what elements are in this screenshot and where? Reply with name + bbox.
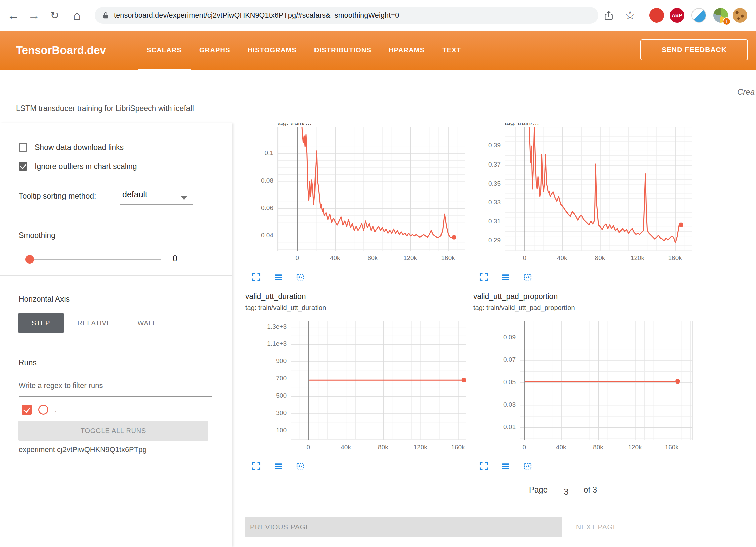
smoothing-label: Smoothing — [19, 231, 55, 240]
tab-graphs[interactable]: GRAPHS — [191, 31, 239, 70]
axis-wall-button[interactable]: WALL — [132, 313, 162, 333]
browser-home-icon[interactable]: ⌂ — [67, 0, 87, 31]
url-text: tensorboard.dev/experiment/cj2vtPiwQHKN9… — [114, 11, 399, 20]
x-axis-tick-label: 160k — [443, 444, 473, 451]
pagination-label: Page — [529, 485, 548, 495]
next-page-button[interactable]: NEXT PAGE — [574, 517, 620, 537]
y-axis-tick-label: 0.39 — [465, 142, 501, 149]
x-axis-tick-label: 120k — [395, 254, 425, 262]
smoothing-slider-track[interactable] — [25, 259, 161, 260]
y-axis-tick-label: 0.06 — [237, 204, 273, 212]
adblock-extension-icon[interactable] — [649, 8, 664, 23]
previous-page-button[interactable]: PREVIOUS PAGE — [245, 517, 562, 537]
view-data-icon[interactable] — [501, 462, 510, 471]
y-axis-tick-label: 0.04 — [237, 232, 273, 239]
y-axis-tick-label: 0.31 — [465, 218, 501, 225]
tab-histograms[interactable]: HISTOGRAMS — [239, 31, 305, 70]
runs-filter-input[interactable]: Write a regex to filter runs — [19, 381, 103, 390]
experiment-id-label: experiment cj2vtPiwQHKN9Q1tx6PTpg — [19, 445, 147, 454]
y-axis-tick-label: 0.09 — [480, 334, 516, 341]
x-axis-tick-label: 40k — [331, 444, 361, 451]
ignore-outliers-checkbox[interactable] — [19, 162, 27, 171]
tab-distributions[interactable]: DISTRIBUTIONS — [305, 31, 380, 70]
x-axis-tick-label: 0 — [282, 254, 312, 262]
divider — [172, 268, 212, 268]
smoothing-value-input[interactable]: 0 — [173, 254, 206, 263]
browser-reload-icon[interactable]: ↻ — [45, 0, 65, 31]
fit-domain-icon[interactable] — [296, 462, 305, 471]
tab-hparams[interactable]: HPARAMS — [380, 31, 433, 70]
divider — [19, 396, 212, 397]
fit-domain-icon[interactable] — [296, 272, 305, 282]
show-download-links-checkbox[interactable] — [19, 143, 27, 152]
scalar-chart-plot[interactable] — [520, 321, 693, 440]
divider — [0, 215, 232, 215]
address-bar[interactable]: tensorboard.dev/experiment/cj2vtPiwQHKN9… — [95, 7, 598, 24]
y-axis-tick-label: 0.03 — [480, 401, 516, 408]
x-axis-tick-label: 160k — [657, 444, 687, 451]
y-axis-tick-label: 0.08 — [237, 177, 273, 184]
abp-extension-icon[interactable]: ABP — [670, 8, 684, 23]
x-axis-tick-label: 160k — [433, 254, 463, 262]
cookie-extension-icon[interactable] — [733, 8, 747, 23]
show-download-links-label: Show data download links — [35, 143, 124, 152]
view-data-icon[interactable] — [501, 272, 510, 282]
y-axis-tick-label: 0.1 — [237, 149, 273, 157]
y-axis-tick-label: 0.35 — [465, 180, 501, 187]
y-axis-tick-label: 1.3e+3 — [251, 323, 287, 330]
axis-step-button[interactable]: STEP — [18, 313, 64, 333]
x-axis-tick-label: 0 — [293, 444, 324, 451]
tooltip-sorting-dropdown[interactable]: default — [122, 190, 147, 199]
axis-relative-button[interactable]: RELATIVE — [73, 313, 116, 333]
chevron-down-icon[interactable] — [181, 196, 187, 200]
x-axis-tick-label: 80k — [358, 254, 388, 262]
view-data-icon[interactable] — [274, 462, 283, 471]
app-logo: TensorBoard.dev — [16, 31, 106, 70]
chart-title: valid_utt_pad_proportion — [473, 292, 558, 301]
view-data-icon[interactable] — [274, 272, 283, 282]
fit-domain-icon[interactable] — [523, 272, 532, 282]
tab-text[interactable]: TEXT — [433, 31, 470, 70]
app-header: TensorBoard.dev SCALARS GRAPHS HISTOGRAM… — [0, 31, 756, 70]
run-name-label: . — [55, 406, 57, 414]
divider — [0, 275, 232, 276]
send-feedback-button[interactable]: SEND FEEDBACK — [640, 39, 748, 60]
tooltip-sorting-label: Tooltip sorting method: — [19, 192, 96, 201]
browser-forward-icon[interactable]: → — [24, 0, 44, 31]
chart-actions — [479, 272, 532, 282]
expand-chart-icon[interactable] — [479, 272, 488, 282]
x-axis-tick-label: 80k — [583, 444, 613, 451]
smoothing-slider-thumb[interactable] — [25, 255, 34, 264]
blue-extension-icon[interactable] — [691, 8, 706, 23]
fit-domain-icon[interactable] — [523, 462, 532, 471]
pagination-total-label: of 3 — [584, 485, 597, 495]
scalar-chart-plot[interactable] — [291, 321, 466, 440]
scalar-chart-plot[interactable] — [277, 127, 465, 251]
runs-label: Runs — [19, 358, 37, 367]
x-axis-tick-label: 160k — [660, 254, 690, 262]
cropped-right-text: Crea — [737, 87, 756, 97]
scalar-chart-plot[interactable] — [505, 127, 692, 251]
chart-title: valid_utt_duration — [245, 292, 306, 301]
x-axis-tick-label: 0 — [510, 254, 540, 262]
y-axis-tick-label: 0.07 — [480, 356, 516, 363]
share-icon[interactable] — [603, 0, 614, 31]
expand-chart-icon[interactable] — [252, 272, 261, 282]
browser-toolbar: ← → ↻ ⌂ tensorboard.dev/experiment/cj2vt… — [0, 0, 756, 31]
toggle-all-runs-button[interactable]: TOGGLE ALL RUNS — [18, 421, 208, 441]
run-color-circle[interactable] — [38, 405, 48, 415]
page-number-input[interactable]: 3 — [555, 487, 578, 497]
expand-chart-icon[interactable] — [479, 462, 488, 471]
main-nav: SCALARS GRAPHS HISTOGRAMS DISTRIBUTIONS … — [138, 31, 470, 70]
y-axis-tick-label: 500 — [251, 392, 287, 399]
y-axis-tick-label: 0.33 — [465, 199, 501, 206]
experiment-title: LSTM transducer training for LibriSpeech… — [16, 104, 194, 113]
y-axis-tick-label: 100 — [251, 427, 287, 434]
tab-scalars[interactable]: SCALARS — [138, 31, 191, 70]
chart-actions — [252, 462, 305, 471]
browser-back-icon[interactable]: ← — [3, 0, 23, 31]
run-checkbox[interactable] — [22, 405, 32, 415]
bookmark-star-icon[interactable]: ☆ — [625, 0, 635, 31]
y-axis-tick-label: 0.01 — [480, 423, 516, 431]
expand-chart-icon[interactable] — [252, 462, 261, 471]
